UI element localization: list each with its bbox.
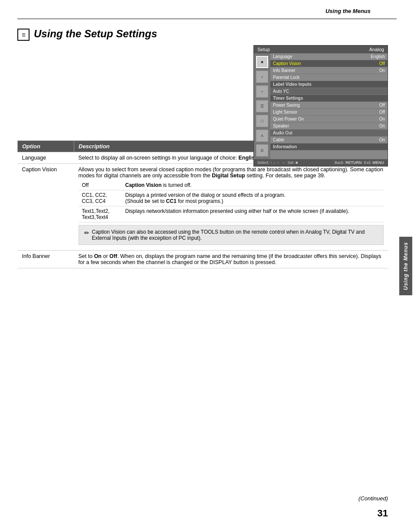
option-description: Set to On or Off. When on, displays the … xyxy=(74,251,388,268)
page-number: 31 xyxy=(378,508,388,519)
continued-text: (Continued) xyxy=(358,495,388,502)
page-header: Using the Menus xyxy=(17,0,397,19)
header-title: Using the Menus xyxy=(325,8,371,14)
menu-row-8: Light SensorOff xyxy=(270,109,388,116)
col-option-header: Option xyxy=(18,141,74,152)
sub-table-row: CC1, CC2,CC3, CC4 Displays a printed ver… xyxy=(79,190,384,206)
menu-row-13: Information xyxy=(270,144,388,150)
sub-description: Displays network/station information pre… xyxy=(122,206,384,222)
tv-menu-footer-left: Select: ↑ ↓ ← → Set: ■ xyxy=(257,160,298,165)
sub-description: Displays a printed version of the dialog… xyxy=(122,190,384,206)
section-icon: ☰ xyxy=(17,29,30,41)
page-title: Using the Setup Settings xyxy=(34,28,157,40)
menu-row-4: Label Video Inputs xyxy=(270,81,388,88)
menu-row-5: Auto YC xyxy=(270,88,388,95)
menu-icon-3: ↔ xyxy=(256,85,268,98)
sub-table-row: Off Caption Vision is turned off. xyxy=(79,180,384,190)
sub-option: Text1,Text2,Text3,Text4 xyxy=(79,206,122,222)
tv-menu-header-right: Analog xyxy=(369,47,384,52)
note-text: Caption Vision can also be accessed usin… xyxy=(92,229,378,241)
menu-row-0: LanguageEnglish xyxy=(270,53,388,60)
table-row: Info Banner Set to On or Off. When on, d… xyxy=(18,251,388,268)
tv-menu-footer: Select: ↑ ↓ ← → Set: ■ Back: RETURN Exit… xyxy=(254,159,388,166)
option-label: Info Banner xyxy=(18,251,74,268)
tv-menu-body: ■ ♪ ↔ ☰ □ A D LanguageEnglish Caption Vi… xyxy=(254,53,388,159)
menu-icon-6: A xyxy=(256,130,268,142)
menu-row-11: Audio Out xyxy=(270,130,388,137)
menu-row-12: CableOn xyxy=(270,137,388,144)
sub-table-row: Text1,Text2,Text3,Text4 Displays network… xyxy=(79,206,384,222)
tv-menu-icons: ■ ♪ ↔ ☰ □ A D xyxy=(254,53,270,159)
menu-row-9: Quiet Power OnOn xyxy=(270,116,388,123)
menu-icon-5: □ xyxy=(256,115,268,127)
tv-menu-screenshot: Setup Analog ■ ♪ ↔ ☰ □ A D LanguageEngli… xyxy=(253,45,388,166)
menu-icon-2: ♪ xyxy=(256,71,268,83)
main-content: ☰ Using the Setup Settings Setup Analog … xyxy=(0,19,414,277)
tv-menu-footer-right: Back: RETURN Exit: MENU xyxy=(335,160,384,165)
sub-option: CC1, CC2,CC3, CC4 xyxy=(79,190,122,206)
menu-row-1: Caption VisionOff xyxy=(270,60,388,67)
tv-menu-header-left: Setup xyxy=(257,47,270,52)
caption-sub-table: Off Caption Vision is turned off. CC1, C… xyxy=(79,180,384,222)
menu-icon-4: ☰ xyxy=(256,100,268,112)
option-description: Allows you to select from several closed… xyxy=(74,164,388,251)
table-row: Caption Vision Allows you to select from… xyxy=(18,164,388,251)
section-icon-symbol: ☰ xyxy=(22,33,26,37)
option-label: Language xyxy=(18,152,74,164)
sub-option: Off xyxy=(79,180,122,190)
menu-icon-7: D xyxy=(256,144,268,157)
tv-menu-rows: LanguageEnglish Caption VisionOff Info B… xyxy=(270,53,388,159)
menu-row-2: Info BannerOn xyxy=(270,67,388,74)
sub-description: Caption Vision is turned off. xyxy=(122,180,384,190)
menu-row-6: Timer Settings xyxy=(270,95,388,102)
menu-icon-1: ■ xyxy=(256,56,268,68)
title-section: ☰ Using the Setup Settings xyxy=(17,28,388,41)
menu-row-10: SpeakerOn xyxy=(270,123,388,130)
caption-note: ✏ Caption Vision can also be accessed us… xyxy=(79,225,384,245)
note-icon: ✏ xyxy=(84,229,89,241)
menu-row-7: Power SavingOff xyxy=(270,102,388,109)
tv-menu-header: Setup Analog xyxy=(254,46,388,53)
menu-row-3: Parental Lock xyxy=(270,74,388,81)
option-label: Caption Vision xyxy=(18,164,74,251)
